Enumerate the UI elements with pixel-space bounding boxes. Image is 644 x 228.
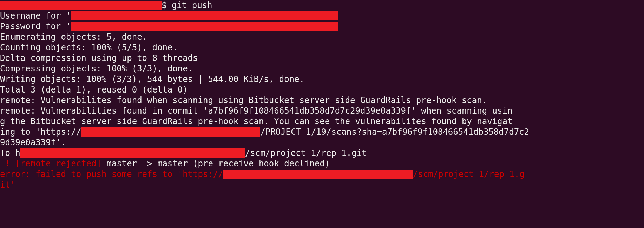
remote-line-2b: g the Bitbucket server side GuardRails p… [0,116,644,127]
error-suffix-1: /scm/project_1/rep_1.g [413,169,525,179]
redacted-to-url [20,148,245,158]
rejected-suffix: master -> master (pre-receive hook decli… [106,159,330,169]
delta-compression-line: Delta compression using up to 8 threads [0,53,644,63]
remote-line-2c: ing to 'https:// /PROJECT_1/19/scans?sha… [0,127,644,137]
redacted-prompt-path [0,1,162,10]
command-line: $ git push [0,0,644,11]
redacted-error-url [223,170,413,179]
prompt-symbol: $ [162,0,172,10]
remote-url-prefix: ing to 'https:// [0,127,81,137]
remote-line-2e: 9d39e0a339f'. [0,137,644,148]
error-prefix: error: failed to push some refs to 'http… [0,169,223,179]
username-label: Username for ' [0,11,71,21]
enumerating-line: Enumerating objects: 5, done. [0,32,644,42]
rejected-line: ! [remote rejected] master -> master (pr… [0,158,644,169]
rejected-prefix: ! [remote rejected] [0,159,106,169]
compressing-line: Compressing objects: 100% (3/3), done. [0,63,644,74]
writing-line: Writing objects: 100% (3/3), 544 bytes |… [0,74,644,84]
redacted-password [71,22,338,31]
remote-line-2a: remote: Vulnerabilities found in commit … [0,106,644,116]
to-prefix: To h [0,148,20,158]
password-line: Password for ' [0,21,644,32]
to-line: To h /scm/project_1/rep_1.git [0,148,644,158]
password-label: Password for ' [0,21,71,31]
total-line: Total 3 (delta 1), reused 0 (delta 0) [0,84,644,95]
remote-url-suffix: /PROJECT_1/19/scans?sha=a7bf96f9f1084665… [260,127,529,137]
git-command: git push [172,0,212,10]
terminal-output: $ git push Username for ' Password for '… [0,0,644,190]
error-line-2: it' [0,179,644,190]
counting-line: Counting objects: 100% (5/5), done. [0,42,644,53]
redacted-username [71,11,338,20]
remote-line-1: remote: Vulnerabilites found when scanni… [0,95,644,106]
to-suffix: /scm/project_1/rep_1.git [245,148,367,158]
redacted-url [81,127,260,137]
error-line-1: error: failed to push some refs to 'http… [0,169,644,179]
username-line: Username for ' [0,11,644,21]
